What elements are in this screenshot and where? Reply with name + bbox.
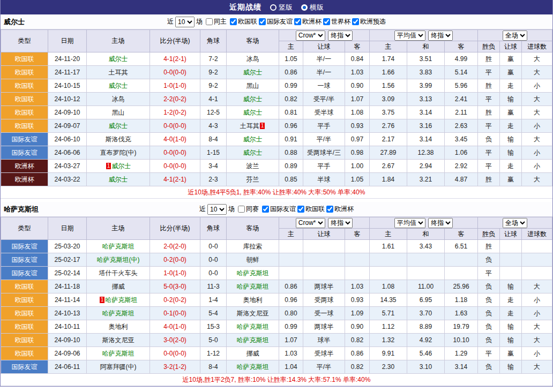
home-team-name[interactable]: 塔什干火车头 <box>99 269 138 277</box>
away-team-name[interactable]: 哈萨克斯坦 <box>237 283 269 290</box>
away-team-name[interactable]: 威尔士 <box>243 149 263 156</box>
match-row: 欧国联24-10-12冰岛2-2(0-2)4-1威尔士0.82受平/半1.073… <box>1 93 552 106</box>
cell-handicap-line: 球半 <box>303 334 345 347</box>
competition-filter[interactable]: 欧洲杯 <box>325 205 354 214</box>
final-odds-select[interactable]: 终指 <box>328 218 353 228</box>
layout-option-horizontal[interactable]: 横版 <box>301 3 324 12</box>
home-team-name[interactable]: 冰岛 <box>112 95 125 103</box>
cell-europe-odds-away: 25.96 <box>445 280 478 293</box>
europe-odds-group-header: 平均值 终指 <box>370 217 478 229</box>
away-team-name[interactable]: 哈萨克斯坦 <box>237 269 269 277</box>
competition-filter[interactable]: 国际友谊 <box>257 17 293 26</box>
cell-handicap-odds-home <box>279 240 303 253</box>
home-team-name[interactable]: 黑山 <box>112 109 125 116</box>
competition-filter[interactable]: 欧国联 <box>228 17 257 26</box>
away-team-name[interactable]: 挪威 <box>246 350 259 357</box>
home-team-name[interactable]: 奥地利 <box>109 323 128 330</box>
cell-goals-result: 小 <box>522 119 552 133</box>
home-team-name[interactable]: 威尔士 <box>109 176 128 183</box>
cell-handicap-result: 走 <box>500 79 522 93</box>
scope-select[interactable]: 全场 <box>503 218 527 228</box>
cell-score: 4-1(2-1) <box>150 52 200 66</box>
layout-option-vertical[interactable]: 竖版 <box>270 3 293 12</box>
away-team-name[interactable]: 黑山 <box>246 82 259 89</box>
average-select[interactable]: 平均值 <box>394 31 425 41</box>
average-select[interactable]: 平均值 <box>394 218 425 228</box>
away-team-name[interactable]: 奥地利 <box>243 296 263 304</box>
cell-corner: 8-4 <box>200 360 227 374</box>
cell-handicap-odds-home: 1.04 <box>279 360 303 374</box>
scope-select[interactable]: 全场 <box>503 31 527 41</box>
away-team-name[interactable]: 斯洛文尼亚 <box>237 310 269 317</box>
away-team-name[interactable]: 威尔士 <box>243 69 263 76</box>
cell-result: 胜 <box>478 79 500 93</box>
radio-horizontal-label: 横版 <box>310 3 324 12</box>
radio-horizontal-icon[interactable] <box>301 4 308 11</box>
away-team-name[interactable]: 威尔士 <box>243 135 263 143</box>
same-filter[interactable]: 同主 <box>204 17 227 26</box>
competition-filter[interactable]: 欧国联 <box>296 205 325 214</box>
competition-checkbox[interactable] <box>294 18 301 25</box>
home-team-name[interactable]: 哈萨克斯坦(中) <box>97 256 140 263</box>
final-odds-select[interactable]: 终指 <box>428 218 453 228</box>
home-team-name[interactable]: 挪威 <box>112 283 125 290</box>
radio-vertical-icon[interactable] <box>270 4 276 11</box>
col-header-home: 主场 <box>87 30 150 52</box>
same-filter[interactable]: 同赛 <box>236 205 259 214</box>
results-table: 类型 日期 主场 比分(半场) 角球 客场 Crow* 终指 平均值 终指 <box>1 29 552 186</box>
final-odds-select[interactable]: 终指 <box>328 31 353 41</box>
cell-goals-result <box>522 240 552 253</box>
home-team-name[interactable]: 哈萨克斯坦 <box>105 296 137 304</box>
cell-date: 24-09-10 <box>48 106 87 119</box>
cell-handicap-line <box>303 240 345 253</box>
bookmaker-select[interactable]: Crow* <box>296 31 325 41</box>
away-team-name[interactable]: 哈萨克斯坦 <box>237 323 269 330</box>
competition-checkbox[interactable] <box>323 18 330 25</box>
competition-checkbox[interactable] <box>352 18 359 25</box>
home-team-name[interactable]: 斯洛文尼亚 <box>102 336 134 344</box>
match-count-select[interactable]: 10 <box>175 17 195 27</box>
cell-europe-odds-away: 2.41 <box>445 93 478 106</box>
competition-checkbox[interactable] <box>230 18 237 25</box>
away-team-name[interactable]: 芬兰 <box>246 176 259 183</box>
competition-checkbox[interactable] <box>326 206 333 213</box>
home-team-name[interactable]: 直布罗陀(中) <box>100 149 137 156</box>
same-checkbox[interactable] <box>206 18 213 25</box>
cell-europe-odds-home: 2.30 <box>370 360 407 374</box>
competition-filters: 欧国联国际友谊欧洲杯世界杯欧洲预选 <box>228 17 386 27</box>
cell-date: 24-11-20 <box>48 52 87 66</box>
away-team-name[interactable]: 哈萨克斯坦 <box>237 363 269 371</box>
away-team-name[interactable]: 冰岛 <box>246 55 259 63</box>
away-team-name[interactable]: 哈萨克斯坦 <box>237 336 269 344</box>
home-team-name[interactable]: 哈萨克斯坦 <box>102 243 134 250</box>
away-team-name[interactable]: 威尔士 <box>243 109 263 116</box>
competition-filter[interactable]: 欧洲杯 <box>293 17 322 26</box>
away-team-name[interactable]: 威尔士 <box>243 95 263 103</box>
competition-filter[interactable]: 世界杯 <box>322 17 350 26</box>
bookmaker-select[interactable]: Crow* <box>296 218 325 228</box>
home-team-name[interactable]: 威尔士 <box>111 162 131 170</box>
home-team-name[interactable]: 威尔士 <box>109 55 128 63</box>
away-team-name[interactable]: 朝鲜 <box>246 256 259 263</box>
away-team-name[interactable]: 土耳其 <box>240 122 259 130</box>
home-team-name[interactable]: 斯洛伐克 <box>106 135 131 143</box>
competition-checkbox[interactable] <box>262 206 269 213</box>
same-checkbox[interactable] <box>238 206 245 213</box>
final-odds-select[interactable]: 终指 <box>428 31 453 41</box>
competition-filter[interactable]: 欧洲预选 <box>350 17 386 26</box>
competition-checkbox[interactable] <box>259 18 266 25</box>
home-team-name[interactable]: 阿塞拜疆(中) <box>100 363 137 371</box>
cell-europe-odds-home <box>370 253 407 267</box>
away-team-name[interactable]: 库拉索 <box>243 243 263 250</box>
match-count-select[interactable]: 10 <box>207 204 227 215</box>
home-team-name[interactable]: 哈萨克斯坦 <box>102 310 134 317</box>
home-team-name[interactable]: 威尔士 <box>109 82 128 89</box>
competition-checkbox[interactable] <box>297 206 304 213</box>
page-title: 近期战绩 <box>229 3 261 12</box>
home-team-name[interactable]: 哈萨克斯坦 <box>102 350 134 357</box>
home-team-name[interactable]: 土耳其 <box>109 69 128 76</box>
cell-handicap-line: 半球 <box>303 173 345 186</box>
competition-filter[interactable]: 国际友谊 <box>260 205 296 214</box>
away-team-name[interactable]: 波兰 <box>246 162 259 170</box>
home-team-name[interactable]: 威尔士 <box>109 122 128 130</box>
